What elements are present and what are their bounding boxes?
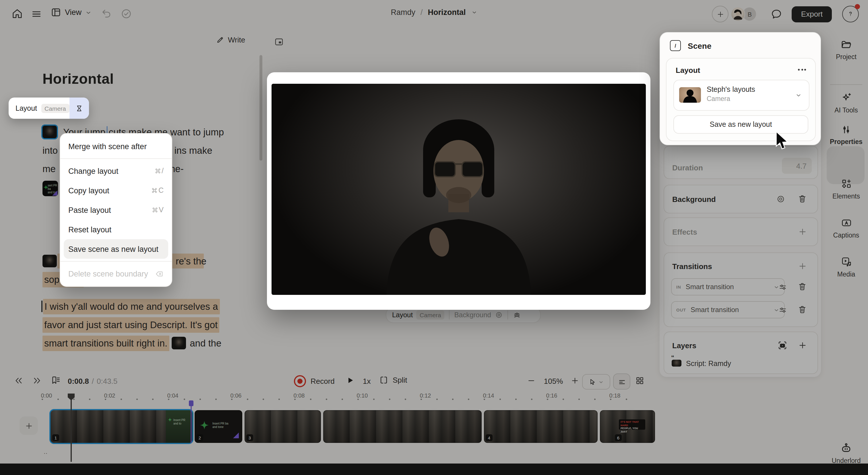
menu-item-merge[interactable]: Merge with scene after (60, 137, 172, 156)
hourglass-icon (75, 104, 83, 112)
descript-app: View Ramdy / Horizontal (0, 0, 868, 475)
menu-item-label: Merge with scene after (68, 142, 147, 150)
video-preview[interactable] (272, 84, 646, 295)
shortcut-key: V (159, 206, 164, 214)
scene-popover-title: Scene (688, 41, 712, 50)
scene-popover: / Scene Layout Steph's layouts Camera Sa… (660, 32, 821, 145)
scene-context-menu: Merge with scene after Change layout / C… (60, 133, 172, 287)
menu-item-label: Copy layout (68, 186, 110, 195)
menu-item-copy-layout[interactable]: Copy layout C (60, 181, 172, 200)
scene-popover-header: / Scene (670, 40, 712, 51)
menu-item-label: Reset layout (68, 225, 112, 234)
layout-preset-select[interactable]: Steph's layouts Camera (673, 80, 809, 111)
cmd-icon (154, 168, 161, 174)
layout-section-label: Layout (676, 66, 700, 75)
menu-item-reset-layout[interactable]: Reset layout (60, 220, 172, 239)
video-preview-card[interactable] (267, 72, 650, 310)
chevron-down-icon (795, 92, 802, 99)
scene-icon: / (670, 40, 681, 51)
speaker-silhouette (272, 84, 646, 295)
shortcut-key: / (162, 167, 164, 175)
menu-item-label: Change layout (68, 167, 118, 175)
layout-preset-type: Camera (707, 95, 730, 102)
layout-chip-badge: Camera (41, 104, 69, 113)
hourglass-button[interactable] (69, 98, 89, 119)
more-options-icon[interactable] (798, 69, 806, 71)
cmd-icon (151, 187, 158, 194)
menu-item-paste-layout[interactable]: Paste layout V (60, 200, 172, 220)
divider (60, 261, 172, 262)
layout-chip-label: Layout (16, 104, 37, 112)
layout-hover-chip[interactable]: Layout Camera (9, 98, 89, 119)
menu-item-delete-scene-boundary[interactable]: Delete scene boundary (60, 264, 172, 283)
mouse-cursor (775, 131, 789, 150)
layout-section-card: Layout Steph's layouts Camera Save as ne… (666, 58, 816, 141)
menu-item-save-scene-as-layout[interactable]: Save scene as new layout (64, 239, 168, 259)
menu-item-change-layout[interactable]: Change layout / (60, 161, 172, 181)
cmd-icon (151, 206, 158, 213)
layout-preset-name: Steph's layouts (707, 86, 755, 94)
menu-item-label: Save scene as new layout (68, 245, 158, 253)
backspace-icon (155, 269, 164, 278)
layout-preset-thumbnail (679, 87, 701, 103)
divider (60, 158, 172, 159)
menu-item-label: Paste layout (68, 206, 111, 214)
menu-item-label: Delete scene boundary (68, 269, 148, 278)
shortcut-key: C (158, 186, 164, 195)
